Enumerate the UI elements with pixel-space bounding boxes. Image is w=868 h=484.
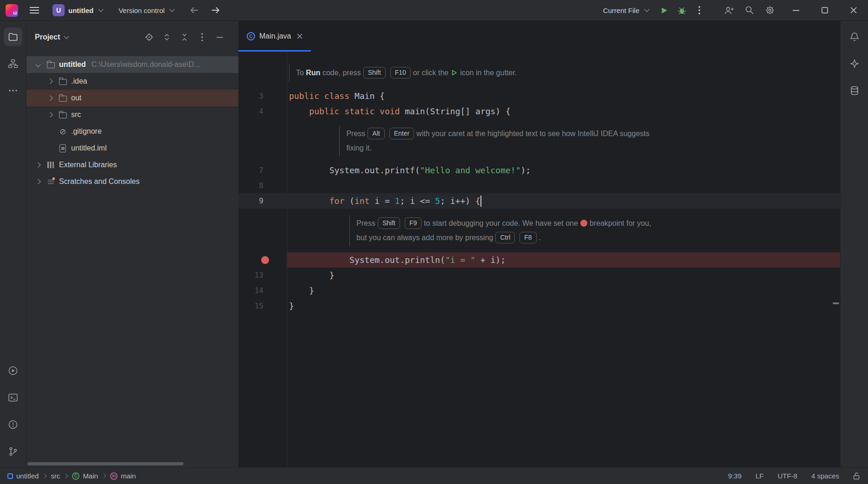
- hint-text: To: [296, 69, 306, 77]
- hint-text: with your caret at the highlighted text …: [416, 130, 650, 137]
- gutter-cell[interactable]: 9: [238, 193, 287, 209]
- code-line-15[interactable]: 15}: [238, 298, 840, 314]
- gutter-cell[interactable]: 4: [238, 104, 287, 119]
- chevron-right-icon[interactable]: [46, 94, 54, 102]
- left-tool-stripe: [0, 21, 26, 467]
- editor-code[interactable]: To Run code, pressShiftF10or click theic…: [238, 52, 840, 467]
- ignored-icon: [58, 127, 67, 136]
- tree-item-label: out: [71, 94, 81, 102]
- code-token: }: [289, 301, 294, 311]
- terminal-tool-button[interactable]: [4, 388, 22, 407]
- tree-item-untitled-iml[interactable]: untitled.iml: [26, 140, 238, 157]
- chevron-spacer: [46, 127, 54, 136]
- gutter-cell[interactable]: 7: [238, 163, 287, 178]
- project-widget[interactable]: U untitled: [48, 2, 109, 19]
- project-view-selector[interactable]: Project: [35, 33, 70, 41]
- run-config-selector[interactable]: Current File: [598, 2, 655, 19]
- indent-widget[interactable]: 4 spaces: [811, 472, 839, 480]
- gutter-cell[interactable]: [238, 252, 287, 268]
- chevron-right-icon[interactable]: [34, 177, 42, 186]
- chevron-right-icon[interactable]: [46, 111, 54, 119]
- breadcrumb-src[interactable]: src: [51, 472, 60, 480]
- readonly-lock-icon[interactable]: [853, 472, 860, 480]
- code-line-3[interactable]: 3public class Main {: [238, 88, 840, 104]
- keyboard-key: F8: [519, 232, 536, 243]
- chevron-down-icon[interactable]: [34, 60, 42, 69]
- code-line-13[interactable]: 13 }: [238, 268, 840, 283]
- tree-item-label: .gitignore: [71, 127, 102, 136]
- run-play-icon: [660, 7, 668, 14]
- line-separator-widget[interactable]: LF: [756, 472, 764, 480]
- gutter-cell[interactable]: 14: [238, 283, 287, 298]
- collapse-all-button[interactable]: [177, 30, 192, 45]
- code-token: 5: [435, 196, 440, 206]
- debug-button[interactable]: [673, 2, 690, 19]
- close-button[interactable]: [839, 0, 868, 20]
- settings-button[interactable]: [761, 2, 779, 19]
- gutter-cell[interactable]: 3: [238, 88, 287, 104]
- main-menu-button[interactable]: [26, 2, 43, 19]
- code-line-9[interactable]: 9 for (int i = 1; i <= 5; i++) {: [238, 193, 840, 209]
- gutter-cell[interactable]: 13: [238, 268, 287, 283]
- tab-close-icon[interactable]: [295, 32, 304, 41]
- keyboard-key: Shift: [378, 217, 400, 229]
- breakpoint-dot-icon[interactable]: [261, 256, 269, 264]
- problems-tool-button[interactable]: [4, 415, 22, 434]
- run-button[interactable]: [655, 2, 673, 19]
- notifications-button[interactable]: [845, 27, 864, 46]
- hide-panel-button[interactable]: [212, 30, 227, 45]
- caret-position-widget[interactable]: 9:39: [728, 472, 742, 480]
- tree-item-untitled[interactable]: untitledC:\Users\wisdom.donald-ase\D...: [26, 56, 238, 73]
- chevron-right-icon[interactable]: [46, 77, 54, 85]
- library-icon: [46, 160, 55, 170]
- panel-options-button[interactable]: [195, 30, 210, 45]
- search-everywhere-button[interactable]: [741, 2, 758, 19]
- more-tool-windows-button[interactable]: [4, 81, 22, 100]
- code-line-7[interactable]: 7 System.out.printf("Hello and welcome!"…: [238, 163, 840, 178]
- tree-item-gitignore[interactable]: .gitignore: [26, 123, 238, 140]
- tree-item-scratches-and-consoles[interactable]: Scratches and Consoles: [26, 173, 238, 190]
- breadcrumb-main[interactable]: Main: [72, 472, 98, 480]
- encoding-widget[interactable]: UTF-8: [777, 472, 797, 480]
- hint-text: or click the: [413, 69, 448, 77]
- module-file-icon: [58, 144, 67, 153]
- code-line-breakpoint[interactable]: System.out.println("i = " + i);: [238, 252, 840, 268]
- folder-project-icon: [46, 60, 55, 69]
- structure-tool-button[interactable]: [4, 54, 22, 73]
- gutter-cell[interactable]: 8: [238, 178, 287, 193]
- run-circle-icon: [8, 366, 18, 376]
- project-tool-button[interactable]: [4, 27, 22, 46]
- minimize-button[interactable]: [782, 0, 810, 20]
- tree-item-out[interactable]: out: [26, 90, 238, 106]
- vcs-widget[interactable]: Version control: [114, 2, 180, 19]
- expand-all-button[interactable]: [159, 30, 174, 45]
- select-opened-file-button[interactable]: [142, 30, 157, 45]
- structure-icon: [8, 59, 18, 69]
- breadcrumb-main[interactable]: main: [110, 472, 136, 480]
- run-tool-button[interactable]: [4, 361, 22, 380]
- back-button[interactable]: [185, 2, 203, 19]
- java-class-icon: [247, 32, 255, 40]
- maximize-button[interactable]: [810, 0, 839, 20]
- gutter-cell[interactable]: 15: [238, 298, 287, 314]
- chevron-right-icon[interactable]: [34, 161, 42, 169]
- tree-item-label: External Libraries: [59, 161, 117, 169]
- git-tool-button[interactable]: [4, 442, 22, 461]
- tree-item-src[interactable]: src: [26, 106, 238, 123]
- code-line-8[interactable]: 8: [238, 178, 840, 193]
- hint-text: fixing it.: [346, 144, 371, 152]
- more-actions-button[interactable]: [690, 2, 708, 19]
- code-line-4[interactable]: 4 public static void main(String[] args)…: [238, 104, 840, 119]
- database-button[interactable]: [845, 81, 864, 100]
- tree-item-external-libraries[interactable]: External Libraries: [26, 157, 238, 173]
- code-line-text: System.out.printf("Hello and welcome!");: [287, 163, 840, 178]
- tab-main-java[interactable]: Main.java: [238, 21, 311, 52]
- horizontal-scrollbar[interactable]: [27, 462, 184, 465]
- breakpoint-dot-icon: [580, 220, 587, 227]
- tree-item-idea[interactable]: .idea: [26, 73, 238, 90]
- code-with-me-button[interactable]: [720, 2, 738, 19]
- ai-assistant-button[interactable]: [845, 54, 864, 73]
- code-line-14[interactable]: 14 }: [238, 283, 840, 298]
- forward-button[interactable]: [207, 2, 225, 19]
- breadcrumb-untitled[interactable]: untitled: [7, 472, 39, 480]
